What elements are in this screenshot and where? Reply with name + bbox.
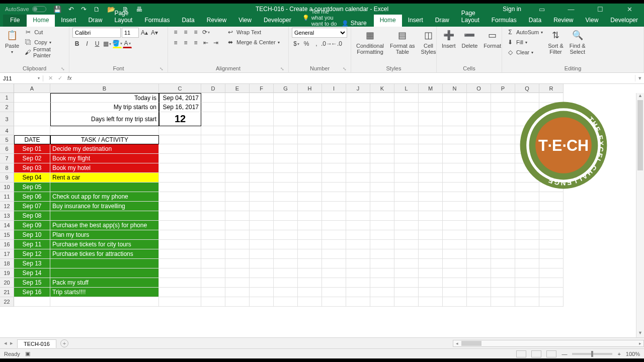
- cell-F19[interactable]: [250, 268, 274, 278]
- cell-B4[interactable]: [50, 126, 159, 135]
- sheet-nav-prev-icon[interactable]: ◂: [4, 340, 7, 346]
- cell-H14[interactable]: [298, 221, 322, 230]
- cell-P16[interactable]: [491, 240, 515, 249]
- cell-N20[interactable]: [443, 278, 467, 288]
- cell-B16[interactable]: Purchase tickets for city tours: [50, 240, 159, 249]
- inc-decimal-icon[interactable]: .0→: [322, 39, 331, 48]
- cell-P22[interactable]: [491, 297, 515, 307]
- col-header-F[interactable]: F: [250, 84, 274, 93]
- tab-formulas[interactable]: Formulas: [486, 15, 523, 27]
- cell-J1[interactable]: [346, 93, 370, 103]
- cell-A5[interactable]: DATE: [14, 135, 50, 144]
- cell-H3[interactable]: [298, 112, 322, 126]
- col-header-K[interactable]: K: [370, 84, 394, 93]
- cell-K7[interactable]: [370, 154, 394, 163]
- cell-N17[interactable]: [443, 249, 467, 259]
- cell-Q11[interactable]: [515, 192, 539, 202]
- cell-M9[interactable]: [419, 173, 443, 183]
- bold-button[interactable]: B: [72, 39, 82, 48]
- cell-B6[interactable]: Decide my destination: [50, 144, 159, 154]
- tab-review[interactable]: Review: [547, 15, 579, 27]
- cell-K5[interactable]: [370, 135, 394, 144]
- worksheet-grid[interactable]: ABCDEFGHIJKLMNOPQR 123456789101112131415…: [0, 84, 644, 337]
- cell-L19[interactable]: [394, 268, 419, 278]
- cell-B11[interactable]: Check out app for my phone: [50, 192, 159, 202]
- cell-M12[interactable]: [419, 202, 443, 211]
- cell-F7[interactable]: [250, 154, 274, 163]
- indent-dec-icon[interactable]: ⇤: [201, 38, 210, 47]
- tab-insert[interactable]: Insert: [402, 15, 429, 27]
- cell-C10[interactable]: [159, 183, 201, 192]
- delete-cells-button[interactable]: ➖Delete: [460, 28, 480, 50]
- cell-F3[interactable]: [250, 112, 274, 126]
- cell-N7[interactable]: [443, 154, 467, 163]
- col-header-P[interactable]: P: [491, 84, 515, 93]
- orientation-icon[interactable]: ⟳: [201, 28, 210, 37]
- cell-J2[interactable]: [346, 103, 370, 112]
- autosum-button[interactable]: ΣAutoSum▾: [505, 28, 544, 37]
- col-header-G[interactable]: G: [274, 84, 298, 93]
- cell-K10[interactable]: [370, 183, 394, 192]
- cell-B10[interactable]: [50, 183, 159, 192]
- cell-F12[interactable]: [250, 202, 274, 211]
- cell-P1[interactable]: [491, 93, 515, 103]
- cell-I11[interactable]: [322, 192, 346, 202]
- cell-I1[interactable]: [322, 93, 346, 103]
- cell-P13[interactable]: [491, 211, 515, 221]
- cell-M2[interactable]: [419, 103, 443, 112]
- format-as-table-button[interactable]: ▤Format as Table: [388, 28, 417, 56]
- cell-E22[interactable]: [225, 297, 250, 307]
- cell-D18[interactable]: [201, 259, 225, 268]
- cell-B13[interactable]: [50, 211, 159, 221]
- cell-N13[interactable]: [443, 211, 467, 221]
- cell-B1[interactable]: Today is: [50, 93, 159, 103]
- cell-Q22[interactable]: [515, 297, 539, 307]
- cell-L16[interactable]: [394, 240, 419, 249]
- cell-F15[interactable]: [250, 230, 274, 240]
- align-center-icon[interactable]: ≡: [181, 38, 190, 47]
- cell-L22[interactable]: [394, 297, 419, 307]
- cell-H17[interactable]: [298, 249, 322, 259]
- cell-L11[interactable]: [394, 192, 419, 202]
- cell-B9[interactable]: Rent a car: [50, 173, 159, 183]
- cell-E2[interactable]: [225, 103, 250, 112]
- cell-N5[interactable]: [443, 135, 467, 144]
- cell-H10[interactable]: [298, 183, 322, 192]
- autosave-toggle[interactable]: AutoSave: [5, 6, 46, 12]
- cell-C7[interactable]: [159, 154, 201, 163]
- cell-O15[interactable]: [467, 230, 491, 240]
- cell-B15[interactable]: Plan my tours: [50, 230, 159, 240]
- cell-A10[interactable]: Sep 05: [14, 183, 50, 192]
- cell-P20[interactable]: [491, 278, 515, 288]
- cell-M20[interactable]: [419, 278, 443, 288]
- col-header-L[interactable]: L: [394, 84, 419, 93]
- cell-N19[interactable]: [443, 268, 467, 278]
- cell-P18[interactable]: [491, 259, 515, 268]
- cell-I20[interactable]: [322, 278, 346, 288]
- cell-A18[interactable]: Sep 13: [14, 259, 50, 268]
- cell-A21[interactable]: Sep 16: [14, 288, 50, 297]
- row-header-4[interactable]: 4: [0, 126, 14, 135]
- indent-inc-icon[interactable]: ⇥: [211, 38, 220, 47]
- cell-E20[interactable]: [225, 278, 250, 288]
- cell-B19[interactable]: [50, 268, 159, 278]
- cell-G10[interactable]: [274, 183, 298, 192]
- cell-P4[interactable]: [491, 126, 515, 135]
- cell-N4[interactable]: [443, 126, 467, 135]
- fill-button[interactable]: ⬇Fill▾: [505, 38, 544, 47]
- italic-button[interactable]: I: [83, 39, 92, 48]
- cell-H13[interactable]: [298, 211, 322, 221]
- cell-J20[interactable]: [346, 278, 370, 288]
- cell-I8[interactable]: [322, 163, 346, 173]
- tab-draw[interactable]: Draw: [429, 15, 455, 27]
- cell-Q14[interactable]: [515, 221, 539, 230]
- cell-R17[interactable]: [539, 249, 564, 259]
- cell-O16[interactable]: [467, 240, 491, 249]
- cell-L18[interactable]: [394, 259, 419, 268]
- cell-F18[interactable]: [250, 259, 274, 268]
- cell-O2[interactable]: [467, 103, 491, 112]
- col-header-D[interactable]: D: [201, 84, 225, 93]
- row-header-10[interactable]: 10: [0, 183, 14, 192]
- cell-C4[interactable]: [159, 126, 201, 135]
- cell-J5[interactable]: [346, 135, 370, 144]
